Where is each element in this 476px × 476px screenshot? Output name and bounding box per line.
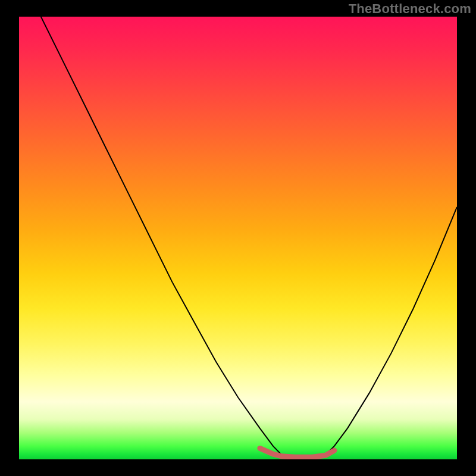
- chart-frame: TheBottleneck.com: [0, 0, 476, 476]
- plot-area: [19, 17, 457, 459]
- bottleneck-curve: [41, 17, 457, 459]
- optimal-band: [260, 448, 334, 457]
- watermark-text: TheBottleneck.com: [349, 1, 471, 17]
- chart-svg: [19, 17, 457, 459]
